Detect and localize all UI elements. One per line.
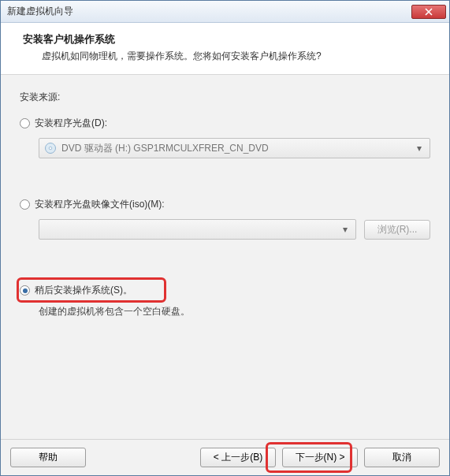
cancel-button[interactable]: 取消	[364, 448, 440, 467]
help-label: 帮助	[39, 451, 58, 464]
radio-row-disc[interactable]: 安装程序光盘(D):	[20, 117, 430, 130]
chevron-down-icon: ▾	[340, 224, 351, 235]
option-installer-disc: 安装程序光盘(D): DVD 驱动器 (H:) GSP1RMCULXFRER_C…	[20, 117, 430, 158]
radio-row-iso[interactable]: 安装程序光盘映像文件(iso)(M):	[20, 198, 430, 211]
radio-disc[interactable]	[20, 118, 30, 128]
disc-icon	[44, 142, 57, 154]
option-install-later: 稍后安装操作系统(S)。 创建的虚拟机将包含一个空白硬盘。	[20, 279, 430, 323]
footer: 帮助 < 上一步(B) 下一步(N) > 取消	[1, 439, 449, 475]
radio-later[interactable]	[20, 285, 30, 296]
svg-point-1	[49, 147, 52, 150]
install-later-hint: 创建的虚拟机将包含一个空白硬盘。	[39, 305, 430, 318]
radio-iso-label: 安装程序光盘映像文件(iso)(M):	[35, 198, 165, 211]
page-title: 安装客户机操作系统	[23, 32, 433, 46]
back-label: < 上一步(B)	[214, 451, 262, 464]
browse-button[interactable]: 浏览(R)...	[364, 220, 430, 240]
header-section: 安装客户机操作系统 虚拟机如同物理机，需要操作系统。您将如何安装客户机操作系统?	[1, 23, 449, 75]
disc-drive-dropdown[interactable]: DVD 驱动器 (H:) GSP1RMCULXFRER_CN_DVD ▾	[39, 138, 430, 158]
titlebar: 新建虚拟机向导	[1, 1, 449, 23]
next-label: 下一步(N) >	[296, 451, 345, 464]
help-button[interactable]: 帮助	[10, 448, 86, 467]
page-subtitle: 虚拟机如同物理机，需要操作系统。您将如何安装客户机操作系统?	[23, 50, 433, 63]
radio-later-label: 稍后安装操作系统(S)。	[35, 284, 132, 297]
chevron-down-icon: ▾	[414, 143, 425, 154]
window-title: 新建虚拟机向导	[7, 5, 411, 18]
body-area: 安装来源: 安装程序光盘(D): DVD 驱动器 (H:) GSP1RMCULX…	[1, 75, 449, 439]
wizard-window: 新建虚拟机向导 安装客户机操作系统 虚拟机如同物理机，需要操作系统。您将如何安装…	[0, 0, 450, 476]
cancel-label: 取消	[392, 451, 411, 464]
close-button[interactable]	[411, 5, 446, 19]
browse-label: 浏览(R)...	[377, 223, 418, 236]
option-iso-file: 安装程序光盘映像文件(iso)(M): ▾ 浏览(R)...	[20, 198, 430, 240]
back-button[interactable]: < 上一步(B)	[200, 448, 276, 467]
radio-disc-label: 安装程序光盘(D):	[35, 117, 107, 130]
next-button[interactable]: 下一步(N) >	[282, 448, 358, 467]
radio-iso[interactable]	[20, 199, 30, 210]
close-icon	[425, 8, 433, 16]
disc-drive-value: DVD 驱动器 (H:) GSP1RMCULXFRER_CN_DVD	[61, 142, 414, 155]
install-source-label: 安装来源:	[20, 91, 430, 104]
iso-path-dropdown[interactable]: ▾	[39, 219, 356, 240]
radio-row-later[interactable]: 稍后安装操作系统(S)。	[20, 284, 430, 297]
